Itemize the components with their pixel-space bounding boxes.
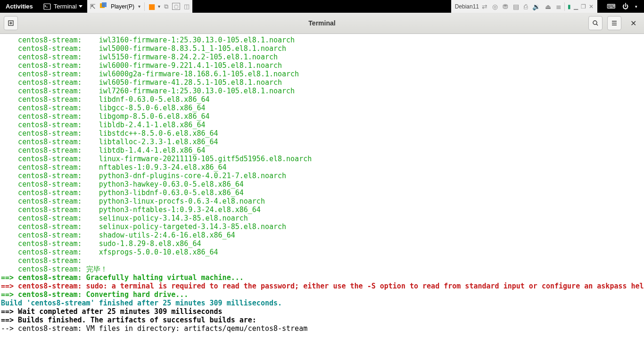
terminal-line: centos8-stream: bbox=[1, 256, 643, 265]
terminal-line: centos8-stream: libgcc-8.5.0-6.el8.x86_6… bbox=[1, 104, 643, 112]
terminal-line: ==> centos8-stream: sudo: a terminal is … bbox=[1, 282, 643, 290]
vm-name-label: Debian11 bbox=[455, 3, 479, 10]
unity-icon[interactable]: ◫ bbox=[184, 3, 190, 10]
vmware-player-icon bbox=[99, 2, 107, 11]
disk-icon[interactable]: ⛃ bbox=[503, 3, 508, 10]
menu-button[interactable] bbox=[607, 16, 621, 30]
terminal-line: centos8-stream: selinux-policy-targeted-… bbox=[1, 222, 643, 231]
chevron-down-icon bbox=[79, 5, 83, 8]
chevron-down-icon[interactable]: ▾ bbox=[138, 4, 140, 9]
terminal-output[interactable]: centos8-stream: iwl3160-firmware-1:25.30… bbox=[0, 34, 644, 362]
terminal-line: centos8-stream: python3-nftables-1:0.9.3… bbox=[1, 206, 643, 214]
sound-icon[interactable]: 🔉 bbox=[532, 3, 540, 10]
terminal-line: centos8-stream: shadow-utils-2:4.6-16.el… bbox=[1, 231, 643, 239]
input-source-icon[interactable]: ⌨ bbox=[607, 3, 616, 10]
terminal-line: centos8-stream: libstdc++-8.5.0-6.el8.x8… bbox=[1, 129, 643, 138]
search-icon bbox=[592, 20, 599, 26]
terminal-line: centos8-stream: libgomp-8.5.0-6.el8.x86_… bbox=[1, 112, 643, 121]
terminal-line: centos8-stream: nftables-1:0.9.3-24.el8.… bbox=[1, 163, 643, 172]
system-tray: ⌨ ⏻ ▾ bbox=[600, 3, 644, 10]
minimize-icon[interactable]: ▁ bbox=[574, 3, 578, 10]
vm-name-tray: Debian11 ⇄ ◎ ⛃ ▤ ⎙ 🔉 ⏏ ≣ ▮ ▁ ❐ ✕ bbox=[451, 0, 597, 13]
pause-icon[interactable]: ▮▮ bbox=[149, 2, 154, 11]
terminal-line: centos8-stream: 完毕！ bbox=[1, 265, 643, 273]
terminal-line: centos8-stream: python3-libdnf-0.63.0-5.… bbox=[1, 189, 643, 197]
terminal-line: --> centos8-stream: VM files in director… bbox=[1, 324, 643, 333]
terminal-line: Build 'centos8-stream' finished after 25… bbox=[1, 299, 643, 307]
activities-button[interactable]: Activities bbox=[0, 3, 39, 10]
terminal-line: centos8-stream: iwl5150-firmware-8.24.2.… bbox=[1, 53, 643, 61]
new-tab-button[interactable] bbox=[4, 16, 18, 30]
svg-point-4 bbox=[593, 21, 597, 25]
restore-icon[interactable]: ❐ bbox=[581, 3, 586, 10]
terminal-line: centos8-stream: sudo-1.8.29-8.el8.x86_64 bbox=[1, 239, 643, 248]
window-title: Terminal bbox=[308, 19, 335, 27]
printer-icon[interactable]: ⎙ bbox=[524, 3, 528, 10]
chevron-down-icon[interactable]: ▾ bbox=[158, 4, 160, 9]
terminal-line: centos8-stream: xfsprogs-5.0.0-10.el8.x8… bbox=[1, 248, 643, 256]
terminal-line: centos8-stream: libtdb-1.4.4-1.el8.x86_6… bbox=[1, 146, 643, 155]
terminal-line: centos8-stream: iwl6000-firmware-9.221.4… bbox=[1, 61, 643, 70]
terminal-line: centos8-stream: libtalloc-2.3.3-1.el8.x8… bbox=[1, 138, 643, 146]
bluetooth-icon[interactable]: ≣ bbox=[556, 3, 561, 10]
app-menu-terminal[interactable]: Terminal bbox=[39, 3, 87, 10]
svg-rect-2 bbox=[102, 2, 107, 7]
fullscreen-icon[interactable]: ▢ bbox=[172, 3, 180, 10]
svg-rect-0 bbox=[44, 4, 50, 9]
send-keys-icon[interactable]: ⧉ bbox=[164, 3, 168, 10]
terminal-line: centos8-stream: iwl7260-firmware-1:25.30… bbox=[1, 87, 643, 95]
close-icon[interactable]: ✕ bbox=[589, 3, 594, 10]
separator bbox=[564, 2, 565, 11]
terminal-line: ==> centos8-stream: Gracefully halting v… bbox=[1, 273, 643, 282]
new-tab-icon bbox=[8, 20, 14, 26]
terminal-line: centos8-stream: python3-linux-procfs-0.6… bbox=[1, 197, 643, 206]
chevron-down-icon[interactable]: ▾ bbox=[635, 4, 637, 9]
terminal-icon bbox=[43, 3, 51, 10]
terminal-line: centos8-stream: libdnf-0.63.0-5.el8.x86_… bbox=[1, 95, 643, 104]
terminal-line: centos8-stream: iwl6000g2a-firmware-18.1… bbox=[1, 70, 643, 78]
terminal-line: ==> Wait completed after 25 minutes 309 … bbox=[1, 307, 643, 316]
close-button[interactable]: ✕ bbox=[626, 16, 640, 30]
app-menu-label: Terminal bbox=[54, 3, 77, 10]
usb-icon[interactable]: ⏏ bbox=[545, 3, 551, 10]
notes-icon[interactable]: ▮ bbox=[568, 3, 571, 10]
close-icon: ✕ bbox=[630, 19, 636, 28]
network-icon[interactable]: ⇄ bbox=[482, 3, 487, 10]
hamburger-icon bbox=[611, 20, 618, 26]
vm-player-toolbar: ⇱ Player(P) ▾ ▮▮ ▾ ⧉ ▢ ◫ bbox=[87, 0, 192, 13]
pin-icon[interactable]: ⇱ bbox=[90, 3, 96, 10]
terminal-line: ==> centos8-stream: Converting hard driv… bbox=[1, 290, 643, 299]
cd-icon[interactable]: ◎ bbox=[492, 3, 498, 10]
separator bbox=[144, 2, 145, 11]
terminal-line: centos8-stream: iwl6050-firmware-41.28.5… bbox=[1, 78, 643, 87]
search-button[interactable] bbox=[588, 16, 603, 30]
terminal-line: centos8-stream: python3-dnf-plugins-core… bbox=[1, 172, 643, 180]
floppy-icon[interactable]: ▤ bbox=[513, 3, 519, 10]
terminal-line: centos8-stream: iwl5000-firmware-8.83.5.… bbox=[1, 44, 643, 53]
terminal-line: centos8-stream: linux-firmware-20211119-… bbox=[1, 155, 643, 163]
terminal-line: centos8-stream: iwl3160-firmware-1:25.30… bbox=[1, 36, 643, 44]
terminal-line: centos8-stream: libldb-2.4.1-1.el8.x86_6… bbox=[1, 121, 643, 129]
power-icon[interactable]: ⏻ bbox=[622, 3, 628, 10]
terminal-line: centos8-stream: python3-hawkey-0.63.0-5.… bbox=[1, 180, 643, 189]
terminal-line: centos8-stream: selinux-policy-3.14.3-85… bbox=[1, 214, 643, 222]
terminal-line: ==> Builds finished. The artifacts of su… bbox=[1, 316, 643, 324]
player-menu[interactable]: Player(P) bbox=[111, 3, 134, 10]
